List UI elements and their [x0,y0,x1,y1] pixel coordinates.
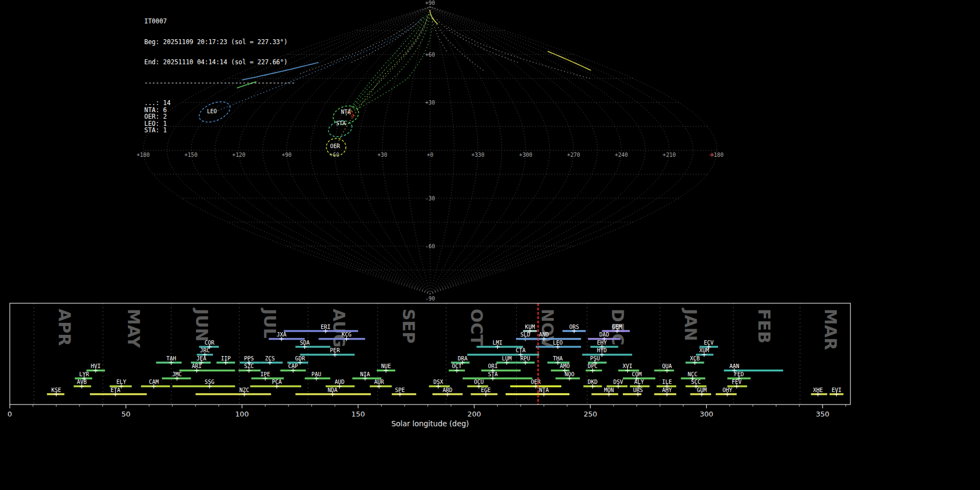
shower-code-label: COM [632,371,642,377]
radiant-STA: STA [327,118,354,139]
shower-code-label: TAH [166,356,176,362]
shower-activity-DPC: DPC [586,363,602,373]
shower-code-label: KCG [341,332,351,338]
shower-code-label: DRA [458,356,468,362]
x-tick-label: 350 [816,410,829,418]
station-id: IT0007 [144,18,295,25]
shower-code-label: EHY [597,340,607,346]
shower-code-label: HVI [91,363,101,369]
radiant-label: OER [330,143,340,149]
lon-label: +330 [471,152,485,158]
month-label: JUN [192,308,211,342]
shower-activity-AVB: AVB [74,379,91,389]
shower-activity-XCB: XCB [685,356,704,365]
lat-label: +60 [425,52,435,58]
shower-code-label: OHY [722,387,732,393]
shower-code-label: ECV [704,340,714,346]
lon-label: +240 [615,152,628,158]
month-label: SEP [399,309,418,344]
shower-activity-SSG: SSG [173,379,235,389]
meteor-track-dotted [433,18,483,71]
shower-code-label: JEA [197,356,206,362]
shower-code-label: AMO [560,363,569,369]
shower-activity-NUE: NUE [377,363,395,373]
shower-activity-PAU: PAU [305,371,330,381]
shower-activity-LUM: LUM [497,356,516,365]
month-label: APR [55,309,74,346]
timeline-chart: APRMAYJUNJULAUGSEPOCTNOVDECJANFEBMARERIK… [8,303,850,428]
lon-label: +150 [185,152,198,158]
shower-code-label: OCU [474,379,484,385]
shower-code-label: JRC [200,347,210,353]
shower-activity-NOO: NOO [555,371,580,381]
shower-activity-KSE: KSE [47,387,64,397]
x-tick-label: 0 [8,410,12,418]
shower-activity-MON: MON [591,387,618,397]
count-line: STA: 1 [144,127,295,134]
meridian-line [430,7,669,294]
shower-activity-ORI: ORI [481,363,521,373]
shower-activity-SPE: SPE [392,387,416,397]
shower-activity-EGE: EGE [471,387,498,397]
month-label: OCT [467,309,486,346]
x-axis-title: Solar longitude (deg) [391,419,469,428]
shower-activity-SZC: SZC [238,363,261,373]
shower-activity-AAN: AAN [724,363,783,373]
meteor-track-dotted [300,22,414,74]
shower-code-label: EGE [481,387,491,393]
lon-label: +300 [519,152,532,158]
shower-code-label: NDA [328,387,338,393]
count-line: OER: 2 [144,113,295,120]
month-label: AUG [329,309,348,347]
lon-label: +210 [663,152,676,158]
end-time-line: End: 20251110 04:14:14 (sol = 227.66°) [144,59,295,66]
shower-code-label: CTA [516,347,525,353]
shower-code-label: PCA [272,379,281,385]
shower-code-label: AUR [374,379,384,385]
shower-code-label: FEV [732,379,742,385]
shower-code-label: XCB [690,356,700,362]
shower-activity-DKD: DKD [584,379,602,389]
shower-code-label: NCC [688,371,697,377]
month-label: MAR [821,309,840,350]
meteor-track-dotted [352,18,422,63]
shower-code-label: AVB [77,379,87,385]
shower-activity-CAM: CAM [141,379,170,389]
shower-activity-RPU: RPU [516,356,535,365]
meteor-track-dotted [446,26,590,78]
shower-code-label: DAD [599,332,609,338]
shower-code-label: AAN [730,363,739,369]
shower-code-label: XHE [813,387,823,393]
shower-code-label: KSE [51,387,61,393]
count-line: ...: 14 [144,100,295,107]
shower-code-label: EVI [831,387,841,393]
meteor-track-dotted [437,20,518,63]
shower-code-label: LMI [493,340,503,346]
lat-label: -30 [425,195,435,201]
shower-code-label: ORS [569,324,579,330]
radiant-label: STA [336,120,346,126]
shower-activity-NDA: NDA [296,387,371,397]
shower-code-label: DKD [588,379,598,385]
shower-code-label: ALY [634,379,644,385]
meridian-line [310,7,430,294]
shower-code-label: NZC [240,387,249,393]
shower-code-label: SSG [205,379,215,385]
x-tick-label: 50 [121,410,131,418]
shower-activity-TAH: TAH [156,356,182,365]
shower-code-label: QUA [662,363,672,369]
shower-activity-GUM: GUM [690,387,711,397]
meteor-track-dotted [346,18,432,115]
lon-label: +120 [232,152,246,158]
shower-code-label: ARI [192,363,201,369]
meteor-track-solid [548,51,591,70]
radiant-label: NTA [341,109,351,115]
radiant-NTA: NTA [330,103,361,127]
shower-code-label: ORI [488,363,498,369]
shower-code-label: SCC [691,379,701,385]
shower-code-label: URS [633,387,643,393]
shower-code-label: GUM [697,387,707,393]
shower-activity-HVI: HVI [87,363,105,373]
meridian-line [406,7,430,294]
shower-code-label: ELY [117,379,126,385]
